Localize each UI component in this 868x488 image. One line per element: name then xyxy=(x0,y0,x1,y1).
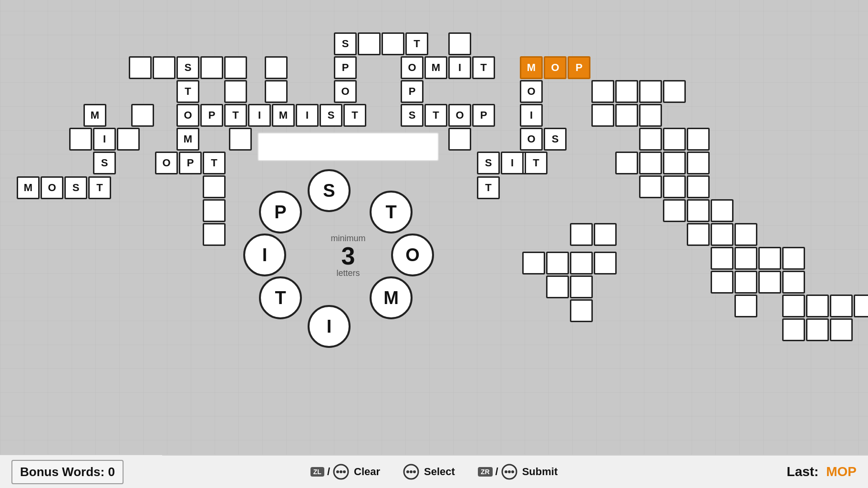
tile-empty xyxy=(639,128,662,151)
svg-point-5 xyxy=(406,470,409,473)
submit-icon xyxy=(501,464,517,480)
tile-empty xyxy=(448,32,471,55)
controls-section: ZL / Clear Select xyxy=(162,464,706,480)
tile: T xyxy=(472,56,495,79)
word-input-box xyxy=(258,132,439,161)
tile: I xyxy=(520,104,543,127)
tile-empty xyxy=(69,128,92,151)
last-word-section: Last: MOP xyxy=(706,464,868,479)
tile-empty xyxy=(203,223,226,246)
tile: M xyxy=(176,128,199,151)
letter-circle-m[interactable]: M xyxy=(370,276,413,319)
tile: S xyxy=(334,32,357,55)
svg-point-11 xyxy=(511,470,514,473)
tile-empty xyxy=(758,271,781,294)
tile: S xyxy=(544,128,567,151)
submit-button[interactable]: ZR / Submit xyxy=(478,464,558,480)
letter-circle-s[interactable]: S xyxy=(308,169,351,212)
tile: O xyxy=(41,176,63,199)
tile-empty xyxy=(663,175,686,198)
tile-empty xyxy=(639,152,662,174)
tile: M xyxy=(83,104,106,127)
tile: T xyxy=(424,104,447,127)
tile: O xyxy=(155,152,178,174)
tile: S xyxy=(64,176,87,199)
tile: M xyxy=(17,176,40,199)
tile: T xyxy=(88,176,111,199)
tile-empty xyxy=(224,56,247,79)
tile-empty xyxy=(615,80,638,103)
tile-orange-p: P xyxy=(568,56,590,79)
tile-empty xyxy=(591,80,614,103)
tile: I xyxy=(448,56,471,79)
tile-empty xyxy=(711,271,734,294)
minimum-display: minimum 3 letters xyxy=(310,234,386,278)
select-label: Select xyxy=(424,466,455,478)
minimum-number: 3 xyxy=(310,244,386,268)
zr-badge: ZR xyxy=(478,467,493,477)
tile-empty xyxy=(570,299,593,322)
tile: T xyxy=(405,32,428,55)
tile-empty xyxy=(382,32,404,55)
tile-empty xyxy=(711,199,734,222)
clear-button[interactable]: ZL / Clear xyxy=(310,464,380,480)
tile: O xyxy=(520,80,543,103)
tile-empty xyxy=(203,199,226,222)
tile-empty xyxy=(782,295,805,317)
tile-empty xyxy=(687,152,710,174)
svg-point-7 xyxy=(413,470,416,473)
tile-empty xyxy=(448,128,471,151)
tile: O xyxy=(401,56,424,79)
tile-empty xyxy=(663,80,686,103)
tile-empty xyxy=(687,223,710,246)
tile-empty xyxy=(591,104,614,127)
clear-icon xyxy=(333,464,349,480)
letter-circle-i-bottom[interactable]: I xyxy=(308,305,351,348)
tile-empty xyxy=(203,175,226,198)
tile-empty xyxy=(734,271,757,294)
tile: S xyxy=(93,152,116,174)
select-button[interactable]: Select xyxy=(403,464,455,480)
tile: P xyxy=(472,104,495,127)
tile-empty xyxy=(782,318,805,341)
tile-empty xyxy=(806,318,829,341)
tile-empty xyxy=(224,80,247,103)
submit-icon-group: ZR / xyxy=(478,464,517,480)
tile-empty xyxy=(854,295,868,317)
tile-empty xyxy=(830,318,853,341)
tile-empty xyxy=(129,56,152,79)
tile-empty xyxy=(782,271,805,294)
tile: O xyxy=(176,104,199,127)
letter-circle-o[interactable]: O xyxy=(391,234,434,276)
letter-circle-t-bottom[interactable]: T xyxy=(259,276,302,319)
tile-orange-m: M xyxy=(520,56,543,79)
tile: T xyxy=(224,104,247,127)
tile-orange-o: O xyxy=(544,56,567,79)
submit-label: Submit xyxy=(522,466,558,478)
tile-empty xyxy=(639,175,662,198)
tile-empty xyxy=(758,247,781,270)
tile-empty xyxy=(265,80,288,103)
letter-circle-t-top[interactable]: T xyxy=(370,191,413,234)
last-label: Last: xyxy=(787,464,819,479)
tile-empty xyxy=(615,152,638,174)
minimum-letters-label: letters xyxy=(310,268,386,278)
clear-icon-group: ZL / xyxy=(310,464,349,480)
tile-empty xyxy=(782,247,805,270)
tile: I xyxy=(93,128,116,151)
letter-circle-i-left[interactable]: I xyxy=(243,234,286,276)
tile: P xyxy=(179,152,202,174)
tile: T xyxy=(343,104,366,127)
tile: O xyxy=(520,128,543,151)
bonus-section: Bonus Words: 0 xyxy=(0,455,162,488)
select-icon-group xyxy=(403,464,419,480)
tile: P xyxy=(401,80,424,103)
tile-empty xyxy=(711,223,734,246)
tile-empty xyxy=(265,56,288,79)
tile: I xyxy=(248,104,271,127)
letter-circle-p[interactable]: P xyxy=(259,191,302,234)
svg-point-9 xyxy=(505,470,507,473)
tile: T xyxy=(477,176,500,199)
tile-empty xyxy=(570,252,593,274)
tile: P xyxy=(334,56,357,79)
